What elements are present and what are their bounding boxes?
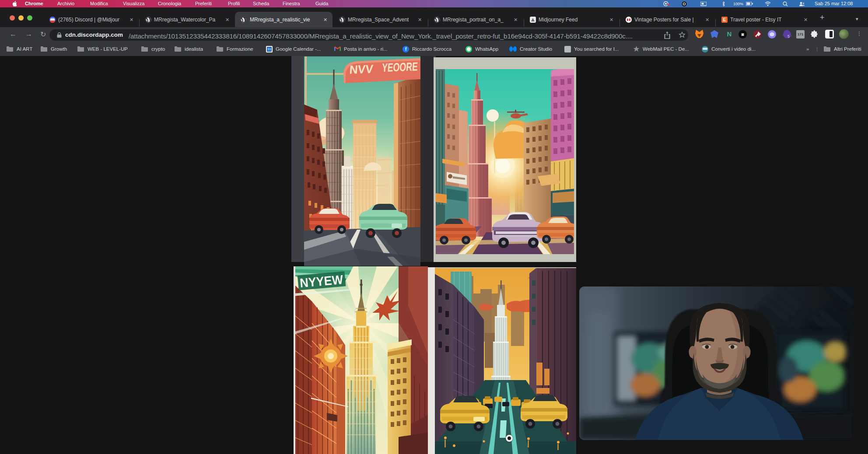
svg-text:NVV: NVV bbox=[349, 62, 374, 77]
svg-text:YEOORE: YEOORE bbox=[382, 59, 418, 74]
